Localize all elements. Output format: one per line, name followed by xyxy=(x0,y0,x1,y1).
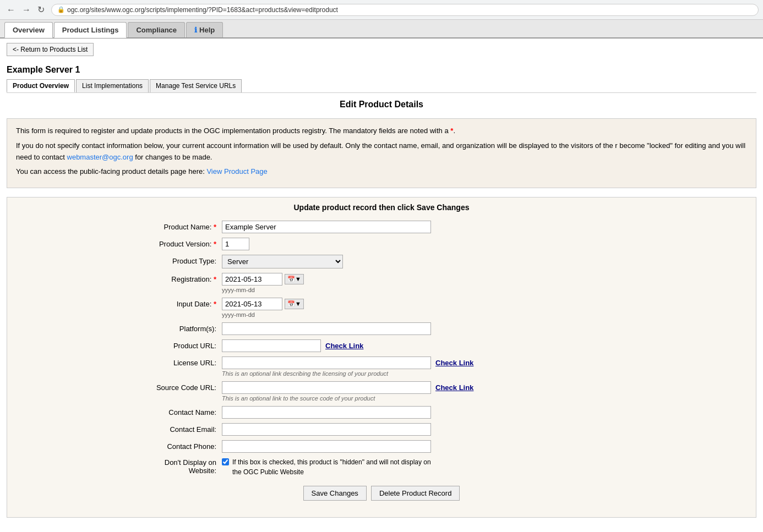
tab-overview[interactable]: Overview xyxy=(4,22,53,38)
contact-email-input[interactable] xyxy=(222,423,431,436)
contact-email-field xyxy=(222,423,629,436)
input-date-calendar-button[interactable]: 📅▼ xyxy=(285,299,304,309)
tab-compliance[interactable]: Compliance xyxy=(128,22,185,37)
platforms-row: Platform(s): xyxy=(134,322,629,335)
contact-email-row: Contact Email: xyxy=(134,423,629,436)
contact-email-label: Contact Email: xyxy=(134,423,222,434)
update-heading: Update product record then click Save Ch… xyxy=(16,203,747,212)
platforms-input[interactable] xyxy=(222,322,431,335)
sub-tab-list-implementations[interactable]: List Implementations xyxy=(76,79,149,92)
source-code-url-label: Source Code URL: xyxy=(134,381,222,392)
product-name-input[interactable] xyxy=(222,221,431,233)
input-date-format: yyyy-mm-dd xyxy=(222,311,629,318)
tab-help[interactable]: ℹHelp xyxy=(186,22,223,37)
webmaster-email-link[interactable]: webmaster@ogc.org xyxy=(67,153,133,161)
contact-phone-field xyxy=(222,440,629,453)
registration-date-input[interactable] xyxy=(222,273,282,286)
product-url-label: Product URL: xyxy=(134,339,222,350)
delete-product-button[interactable]: Delete Product Record xyxy=(371,486,460,501)
contact-name-input[interactable] xyxy=(222,406,431,419)
product-version-row: Product Version: * xyxy=(134,238,629,250)
license-url-row: License URL: Check Link This is an optio… xyxy=(134,357,629,377)
platforms-field xyxy=(222,322,629,335)
sub-tab-product-overview[interactable]: Product Overview xyxy=(7,79,75,92)
input-date-field: 📅▼ yyyy-mm-dd xyxy=(222,298,629,318)
license-url-hint: This is an optional link describing the … xyxy=(222,370,629,377)
source-code-url-row: Source Code URL: Check Link This is an o… xyxy=(134,381,629,402)
back-button[interactable]: ← xyxy=(4,3,18,16)
source-code-url-input[interactable] xyxy=(222,381,431,394)
url-text: ogc.org/sites/www.ogc.org/scripts/implem… xyxy=(67,6,338,14)
dont-display-checkbox[interactable] xyxy=(222,458,229,465)
update-box: Update product record then click Save Ch… xyxy=(7,197,756,518)
edit-form: Product Name: * Product Version: * xyxy=(134,221,629,512)
license-url-check-link[interactable]: Check Link xyxy=(435,357,473,367)
view-product-link[interactable]: View Product Page xyxy=(206,167,267,175)
edit-product-heading: Edit Product Details xyxy=(7,100,756,109)
product-type-row: Product Type: Server Client Both Other xyxy=(134,255,629,268)
browser-chrome: ← → ↻ 🔒 ogc.org/sites/www.ogc.org/script… xyxy=(0,0,763,20)
dont-display-description: If this box is checked, this product is … xyxy=(232,457,431,477)
registration-row: Registration: * 📅▼ yyyy-mm-dd xyxy=(134,273,629,293)
registration-date-row: 📅▼ xyxy=(222,273,629,286)
info-line3: You can access the public-facing product… xyxy=(16,166,747,178)
registration-label: Registration: * xyxy=(134,273,222,283)
input-date-row: Input Date: * 📅▼ yyyy-mm-dd xyxy=(134,298,629,318)
product-type-label: Product Type: xyxy=(134,255,222,265)
sub-tab-bar: Product Overview List Implementations Ma… xyxy=(7,79,756,93)
dont-display-label: Don't Display onWebsite: xyxy=(134,457,222,475)
dont-display-field: If this box is checked, this product is … xyxy=(222,457,431,477)
source-code-url-field: Check Link This is an optional link to t… xyxy=(222,381,629,402)
contact-phone-row: Contact Phone: xyxy=(134,440,629,453)
sub-tab-manage-test-service-urls[interactable]: Manage Test Service URLs xyxy=(150,79,242,92)
platforms-label: Platform(s): xyxy=(134,322,222,333)
contact-name-field xyxy=(222,406,629,419)
product-url-check-link[interactable]: Check Link xyxy=(325,339,363,350)
product-type-select[interactable]: Server Client Both Other xyxy=(222,255,343,268)
product-url-input[interactable] xyxy=(222,339,321,352)
contact-phone-label: Contact Phone: xyxy=(134,440,222,451)
page-content: <- Return to Products List Example Serve… xyxy=(0,39,763,531)
address-bar[interactable]: 🔒 ogc.org/sites/www.ogc.org/scripts/impl… xyxy=(51,4,759,16)
lock-icon: 🔒 xyxy=(57,6,65,13)
source-code-url-check-link[interactable]: Check Link xyxy=(435,381,473,392)
registration-date-format: yyyy-mm-dd xyxy=(222,287,629,293)
product-type-field: Server Client Both Other xyxy=(222,255,629,268)
info-line1: This form is required to register and up… xyxy=(16,125,747,137)
license-url-label: License URL: xyxy=(134,357,222,367)
product-name-field xyxy=(222,221,629,233)
input-date-label: Input Date: * xyxy=(134,298,222,308)
product-version-label: Product Version: * xyxy=(134,238,222,248)
nav-buttons: ← → ↻ xyxy=(4,3,47,16)
return-to-products-button[interactable]: <- Return to Products List xyxy=(7,43,94,56)
input-date-date-row: 📅▼ xyxy=(222,298,629,310)
info-icon: ℹ xyxy=(194,26,197,34)
product-version-field xyxy=(222,238,629,250)
info-line2: If you do not specify contact informatio… xyxy=(16,140,747,163)
reload-button[interactable]: ↻ xyxy=(35,3,47,16)
info-box: This form is required to register and up… xyxy=(7,118,756,188)
product-url-row: Product URL: Check Link xyxy=(134,339,629,352)
forward-button[interactable]: → xyxy=(20,3,33,16)
registration-calendar-button[interactable]: 📅▼ xyxy=(285,274,304,284)
license-url-field: Check Link This is an optional link desc… xyxy=(222,357,629,377)
product-name-row: Product Name: * xyxy=(134,221,629,233)
save-changes-button[interactable]: Save Changes xyxy=(303,486,367,501)
tab-product-listings[interactable]: Product Listings xyxy=(54,22,127,38)
product-name-label: Product Name: * xyxy=(134,221,222,231)
contact-name-row: Contact Name: xyxy=(134,406,629,419)
main-tab-bar: Overview Product Listings Compliance ℹHe… xyxy=(0,20,763,39)
dont-display-row: Don't Display onWebsite: If this box is … xyxy=(134,457,629,477)
contact-name-label: Contact Name: xyxy=(134,406,222,416)
contact-phone-input[interactable] xyxy=(222,440,431,453)
registration-field: 📅▼ yyyy-mm-dd xyxy=(222,273,629,293)
action-buttons: Save Changes Delete Product Record xyxy=(134,486,629,512)
product-version-input[interactable] xyxy=(222,238,249,250)
required-star: * xyxy=(450,127,453,135)
license-url-input[interactable] xyxy=(222,357,431,369)
input-date-input[interactable] xyxy=(222,298,282,310)
page-title: Example Server 1 xyxy=(7,65,756,75)
source-code-url-hint: This is an optional link to the source c… xyxy=(222,395,629,402)
